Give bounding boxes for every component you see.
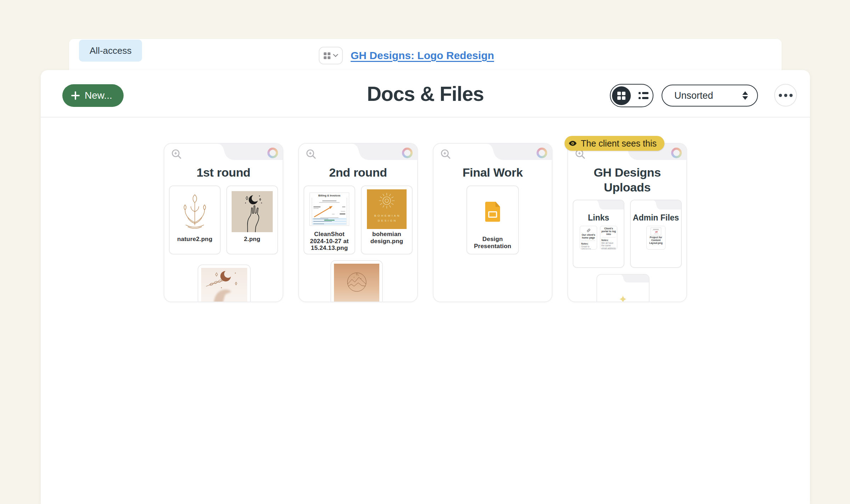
- folder-title: GH Designs Uploads: [572, 165, 682, 195]
- client-visibility-badge: The client sees this: [565, 136, 664, 151]
- flower-line-art-thumbnail: [175, 192, 215, 231]
- folder-title: 2nd round: [303, 165, 413, 180]
- folder-card-gh-designs-uploads[interactable]: GH Designs Uploads Links Our c: [567, 143, 687, 302]
- file-tile-2png[interactable]: 2.png: [226, 185, 278, 254]
- more-options-button[interactable]: [774, 84, 797, 107]
- folder-cards-row: 1st round: [41, 143, 810, 302]
- view-toggle[interactable]: [610, 84, 653, 107]
- file-label: bohemian design.png: [364, 231, 409, 245]
- project-link[interactable]: GH Designs: Logo Redesign: [351, 50, 494, 62]
- zoom-in-icon[interactable]: [440, 148, 452, 160]
- visibility-ring-icon: [537, 148, 547, 158]
- slides-document-icon: [485, 202, 500, 222]
- mountain-circle-thumbnail: [334, 264, 379, 302]
- file-tile-partial[interactable]: [330, 260, 383, 302]
- file-item-project-layout[interactable]: Project for Content Layout.png: [646, 226, 665, 250]
- subfolder-admin-files[interactable]: Admin Files Project for Con: [630, 200, 682, 268]
- tab-all-access[interactable]: All-access: [79, 40, 142, 62]
- folder-tab-shape: [573, 200, 624, 210]
- file-label: Design Presentation: [470, 236, 515, 250]
- link-icon: [587, 229, 590, 232]
- subfolder-title: Admin Files: [631, 213, 681, 223]
- docs-and-files-panel: New... Docs & Files Unsorted: [41, 70, 810, 504]
- sort-select[interactable]: Unsorted: [662, 85, 758, 107]
- list-view-button[interactable]: [639, 92, 648, 99]
- file-tile-partial[interactable]: [198, 264, 251, 302]
- ellipsis-icon: [779, 94, 782, 97]
- folder-card-final-work[interactable]: Final Work Design Presentation: [433, 143, 552, 302]
- grid-icon: [324, 52, 330, 59]
- workspace-tab-bar: All-access GH Designs: Logo Redesign: [69, 39, 782, 73]
- hand-moon-thumbnail: [232, 191, 273, 232]
- chevron-down-icon: [333, 54, 338, 57]
- subfolder-links[interactable]: Links Our client's home page Notes:Great…: [573, 200, 624, 268]
- sort-arrows-icon: [742, 91, 748, 100]
- grid-view-button[interactable]: [612, 86, 631, 105]
- file-tile-design-presentation[interactable]: Design Presentation: [466, 185, 519, 254]
- folder-card-1st-round[interactable]: 1st round: [164, 143, 283, 302]
- visibility-ring-icon: [671, 148, 682, 158]
- file-label: nature2.png: [177, 236, 212, 243]
- grid-view-icon: [617, 92, 625, 100]
- sort-select-value: Unsorted: [674, 90, 713, 101]
- file-label: 2.png: [244, 236, 260, 243]
- visibility-ring-icon: [267, 148, 278, 158]
- bohemian-design-logo-thumbnail: BOHEMIAN DESIGN: [367, 189, 407, 229]
- orange-arrow-annotation: [313, 204, 336, 218]
- zoom-in-icon[interactable]: [305, 148, 317, 160]
- link-item-home-page[interactable]: Our client's home page Notes:Great to re…: [580, 226, 597, 250]
- link-item-client-portal[interactable]: Client's portal to log into Notes:We all…: [600, 226, 617, 250]
- client-visibility-badge-label: The client sees this: [581, 138, 657, 149]
- folder-title: 1st round: [169, 165, 278, 180]
- eye-icon: [568, 139, 577, 148]
- breadcrumb: GH Designs: Logo Redesign: [319, 47, 494, 64]
- visibility-ring-icon: [402, 148, 413, 158]
- file-tile-nature2[interactable]: nature2.png: [169, 185, 221, 254]
- file-tile-cleanshot[interactable]: Billing & Invoices: [304, 185, 355, 254]
- file-tile-partial[interactable]: ✦: [596, 274, 650, 302]
- moon-hand-gradient-thumbnail: [201, 268, 247, 302]
- folder-title: Final Work: [438, 165, 548, 180]
- folder-tab-shape: [597, 275, 649, 282]
- file-label: CleanShot 2024-10-27 at 15.24.13.png: [307, 231, 352, 252]
- page-background: All-access GH Designs: Logo Redesign New…: [0, 0, 850, 504]
- cleanshot-screenshot-thumbnail: Billing & Invoices: [310, 193, 349, 226]
- subfolder-title: Links: [573, 213, 624, 223]
- folder-card-2nd-round[interactable]: 2nd round Billing & Invoices: [298, 143, 418, 302]
- sparkle-icon: ✦: [618, 293, 627, 302]
- folder-tab-shape: [631, 200, 681, 210]
- apps-grid-dropdown-button[interactable]: [319, 47, 343, 64]
- zoom-in-icon[interactable]: [171, 148, 183, 160]
- file-tile-bohemian[interactable]: BOHEMIAN DESIGN bohemian design.png: [361, 185, 413, 254]
- panel-header: New... Docs & Files Unsorted: [41, 70, 810, 118]
- document-mini-thumbnail: [651, 228, 661, 235]
